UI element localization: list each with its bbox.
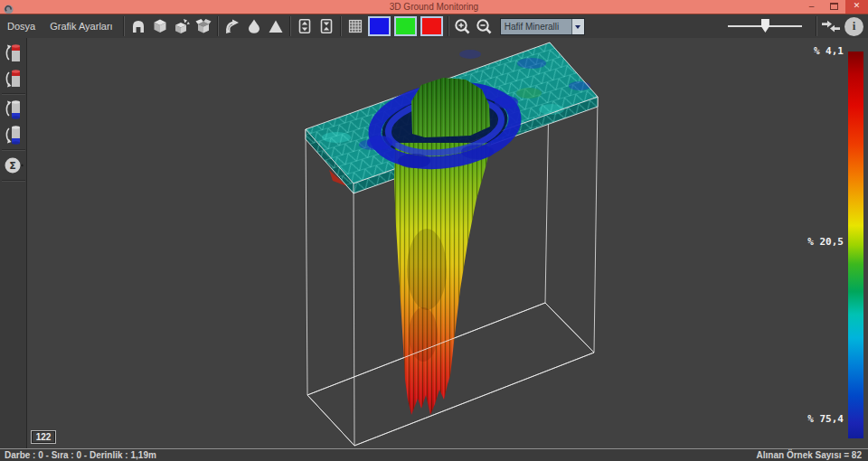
transfer-button[interactable]	[820, 15, 842, 37]
menu-dosya[interactable]: Dosya	[0, 15, 42, 37]
probe-blue-down-button[interactable]	[1, 122, 26, 147]
info-icon: i	[853, 19, 856, 33]
transfer-arrows-icon	[820, 17, 842, 35]
cube-open-button[interactable]	[193, 15, 214, 37]
sum-button[interactable]: Σ	[1, 153, 26, 178]
maximize-icon	[830, 3, 838, 10]
app-window: { "window": { "title": "3D Ground Monito…	[0, 0, 868, 461]
toolbar: Dosya Grafik Ayarları	[0, 14, 868, 39]
doc-collapse-button[interactable]	[316, 15, 337, 37]
cube-view-button[interactable]	[149, 15, 171, 37]
home-icon	[129, 17, 147, 35]
color-scale-mid-label: % 20,5	[780, 236, 844, 248]
info-button[interactable]: i	[844, 17, 863, 36]
droplet-icon	[245, 17, 263, 35]
probe-red-up-icon	[4, 42, 24, 65]
svg-text:Σ: Σ	[9, 160, 16, 172]
opacity-slider[interactable]	[728, 16, 802, 36]
color-scale-max-label: % 4,1	[780, 45, 844, 57]
toolbar-separator	[340, 16, 342, 36]
left-toolbar: Σ	[0, 38, 27, 448]
slider-thumb[interactable]	[761, 19, 769, 33]
status-sample-count: Alınan Örnek Sayısı = 82	[757, 449, 862, 461]
zoom-out-icon	[475, 17, 494, 36]
doc-collapse-icon	[317, 17, 335, 35]
grid-button[interactable]	[344, 15, 366, 37]
probe-blue-down-icon	[4, 123, 24, 146]
funnel-column	[394, 143, 491, 415]
rotate-arrows-button[interactable]	[222, 15, 243, 37]
probe-red-down-button[interactable]	[1, 66, 26, 91]
dropdown-value: Hafif Mineralli	[501, 22, 571, 32]
cube-fragments-button[interactable]	[171, 15, 193, 37]
probe-blue-up-icon	[4, 98, 24, 121]
zoom-in-icon	[453, 17, 472, 36]
viewport-3d[interactable]: % 4,1 % 20,5 % 75,4 122	[27, 38, 868, 448]
close-button[interactable]: ✕	[845, 0, 868, 14]
zoom-out-button[interactable]	[474, 15, 495, 37]
color-scale-min-label: % 75,4	[780, 413, 844, 425]
window-title: 3D Ground Monitoring	[0, 0, 868, 14]
cone-button[interactable]	[265, 15, 287, 37]
cube-open-icon	[194, 17, 212, 35]
sigma-icon: Σ	[3, 155, 24, 176]
status-depth-info: Darbe : 0 - Sıra : 0 - Derinlik : 1,19m	[5, 449, 156, 461]
mineral-type-dropdown[interactable]: Hafif Mineralli	[500, 18, 585, 35]
grid-icon	[346, 17, 364, 35]
color-scale-bar	[848, 52, 863, 438]
menu-grafik-ayarlari[interactable]: Grafik Ayarları	[42, 15, 120, 37]
toolbar-separator	[289, 16, 291, 36]
statusbar: Darbe : 0 - Sıra : 0 - Derinlik : 1,19m …	[0, 448, 868, 461]
color-red-button[interactable]	[420, 16, 443, 36]
sample-count-tag: 122	[31, 430, 56, 444]
toolbar-separator	[816, 16, 817, 36]
zoom-in-button[interactable]	[452, 15, 474, 37]
probe-red-down-icon	[4, 67, 24, 90]
cone-icon	[267, 17, 285, 35]
color-green-button[interactable]	[394, 16, 417, 36]
dropdown-button[interactable]	[571, 19, 584, 34]
doc-expand-icon	[296, 17, 314, 35]
droplet-button[interactable]	[243, 15, 265, 37]
home-view-button[interactable]	[127, 15, 149, 37]
color-blue-button[interactable]	[368, 16, 391, 36]
toolbar-separator	[123, 16, 125, 36]
probe-blue-up-button[interactable]	[1, 97, 26, 122]
probe-red-up-button[interactable]	[1, 41, 26, 66]
toolbar-separator	[448, 16, 449, 36]
titlebar[interactable]: 3D Ground Monitoring – ✕	[0, 0, 868, 14]
cube-icon	[151, 17, 169, 35]
doc-expand-button[interactable]	[294, 15, 316, 37]
sidebar-separator	[2, 93, 25, 95]
chevron-down-icon	[575, 25, 580, 32]
sidebar-separator	[2, 180, 25, 182]
maximize-button[interactable]	[823, 0, 845, 14]
toolbar-separator	[217, 16, 219, 36]
rotate-arrows-icon	[222, 17, 242, 35]
minimize-button[interactable]: –	[800, 0, 823, 14]
3d-scene[interactable]	[27, 38, 868, 448]
sidebar-separator	[2, 149, 25, 151]
cube-fragments-icon	[173, 17, 191, 35]
